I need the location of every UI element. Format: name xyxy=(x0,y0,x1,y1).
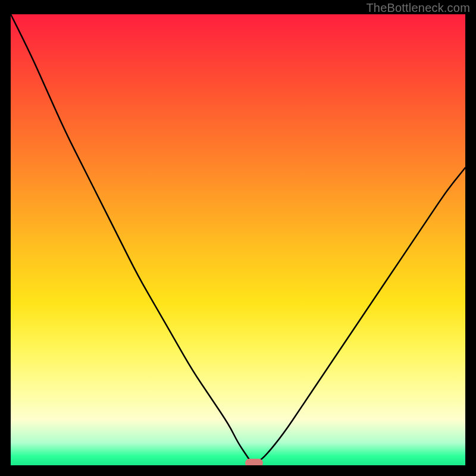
bottleneck-curve xyxy=(11,14,465,465)
curve-path xyxy=(11,14,465,463)
plot-area xyxy=(11,14,465,465)
watermark-text: TheBottleneck.com xyxy=(366,1,470,15)
optimal-point-marker xyxy=(245,459,263,465)
chart-frame: TheBottleneck.com xyxy=(0,0,476,476)
